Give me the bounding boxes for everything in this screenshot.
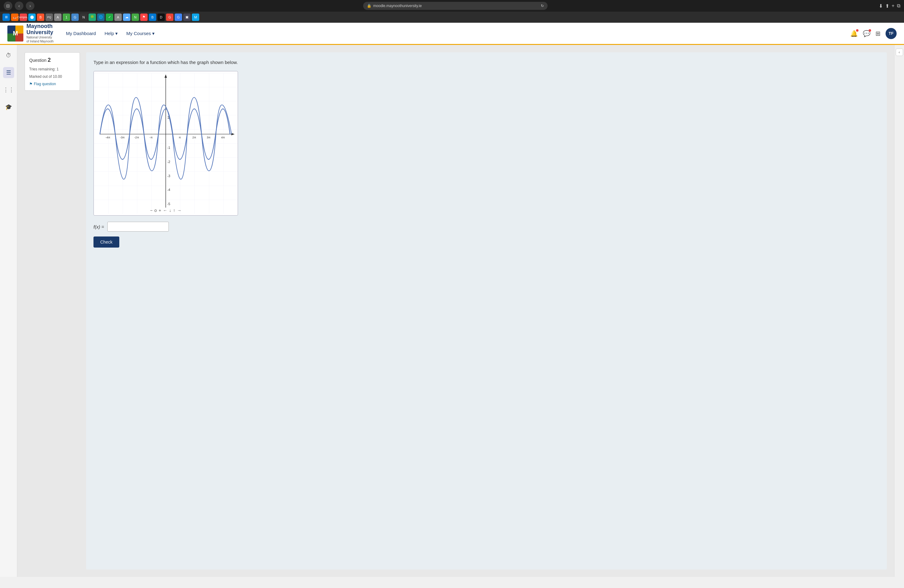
svg-text:4π: 4π (221, 136, 225, 139)
message-dot (869, 29, 871, 32)
notification-dot (856, 29, 858, 32)
ext-1[interactable]: 1 (63, 14, 70, 21)
ext-cloud[interactable]: ☁ (123, 14, 130, 21)
ext-compress[interactable]: Compre... (20, 14, 27, 21)
share-icon[interactable]: ⬆ (885, 3, 889, 9)
svg-text:-2: -2 (167, 160, 170, 164)
ext-leaf[interactable]: 🍀 (89, 14, 96, 21)
avatar[interactable]: TF (885, 28, 897, 39)
svg-text:-1: -1 (167, 146, 170, 149)
svg-text:π: π (179, 136, 181, 139)
university-subtitle: National Universityof Ireland Maynooth (27, 35, 54, 43)
graph-controls[interactable]: − o + ← ↓ ↑ → (150, 208, 182, 213)
svg-text:-π: -π (149, 136, 153, 139)
nav-dashboard[interactable]: My Dashboard (66, 31, 96, 36)
function-label: f(x) = (93, 224, 104, 229)
svg-text:2π: 2π (192, 136, 196, 139)
moodle-header: M MaynoothUniversity National University… (0, 23, 904, 45)
content-panel: Type in an expression for a function whi… (86, 52, 887, 569)
ext-windows[interactable]: ⊞ (2, 14, 10, 21)
svg-text:-4π: -4π (106, 136, 111, 139)
apps-btn[interactable]: ⊞ (876, 30, 880, 37)
ext-g2[interactable]: G (175, 14, 182, 21)
svg-text:-5: -5 (167, 202, 170, 206)
pan-right-btn[interactable]: → (177, 208, 182, 213)
graph-container[interactable]: 1 -1 -2 -3 -4 -5 -4π -3π -2π -π π 2π 3π … (93, 71, 238, 216)
main-area: Question 2 Tries remaining: 1 Marked out… (17, 45, 894, 577)
browser-titlebar: ⊟ ‹ › 🔒 moodle.maynoothuniversity.ie ↻ ⬇… (0, 0, 904, 12)
url-text: moodle.maynoothuniversity.ie (373, 4, 422, 8)
reset-btn[interactable]: o (154, 208, 157, 213)
page-layout: ⏱ ☰ ⋮⋮ 🎓 Question 2 Tries remaining: 1 M… (0, 45, 904, 577)
messages-btn[interactable]: 💬 (863, 30, 871, 37)
nav-help[interactable]: Help ▾ (104, 31, 118, 36)
sidebar-item-courses[interactable]: 🎓 (3, 101, 14, 112)
svg-text:1: 1 (167, 115, 169, 119)
ext-flag[interactable]: ⚑ (140, 14, 148, 21)
download-icon[interactable]: ⬇ (879, 3, 883, 9)
svg-text:3π: 3π (207, 136, 211, 139)
nav-my-courses[interactable]: My Courses ▾ (126, 31, 155, 36)
pan-left-btn[interactable]: ← (163, 208, 167, 213)
sidebar-item-calendar[interactable]: ⋮⋮ (3, 84, 14, 95)
notifications-btn[interactable]: 🔔 (850, 30, 858, 37)
function-graph: 1 -1 -2 -3 -4 -5 -4π -3π -2π -π π 2π 3π … (94, 71, 238, 215)
question-text: Type in an expression for a function whi… (93, 60, 879, 65)
question-info-box: Question 2 Tries remaining: 1 Marked out… (25, 52, 80, 91)
ext-g[interactable]: G (71, 14, 79, 21)
question-number: Question 2 (29, 57, 75, 63)
address-bar[interactable]: 🔒 moodle.maynoothuniversity.ie ↻ (363, 2, 548, 10)
reload-icon[interactable]: ↻ (541, 4, 544, 8)
question-number-value: 2 (47, 57, 51, 63)
svg-text:M: M (13, 30, 18, 36)
pan-up-btn[interactable]: ↑ (173, 208, 175, 213)
svg-text:-4: -4 (167, 188, 170, 191)
zoom-out-btn[interactable]: − (150, 208, 153, 213)
back-btn[interactable]: ‹ (15, 2, 24, 10)
left-sidebar: ⏱ ☰ ⋮⋮ 🎓 (0, 45, 17, 577)
ext-bing[interactable]: B (149, 14, 156, 21)
ext-google[interactable]: G (166, 14, 174, 21)
right-sidebar: ‹ (894, 45, 904, 577)
ext-n[interactable]: N (80, 14, 87, 21)
extension-bar: ⊞ 🦊 Compre... ⬤ B PQ A 1 G N 🍀 🌐 ✓ A ☁ N… (0, 12, 904, 23)
collapse-sidebar-btn[interactable]: ‹ (896, 49, 903, 56)
answer-row: f(x) = (93, 222, 879, 232)
lock-icon: 🔒 (367, 4, 371, 8)
pan-down-btn[interactable]: ↓ (169, 208, 171, 213)
sidebar-toggle-btn[interactable]: ⊟ (4, 2, 12, 10)
ext-pq[interactable]: PQ (46, 14, 53, 21)
ext-edge[interactable]: ⬤ (28, 14, 36, 21)
ext-nr[interactable]: N (131, 14, 139, 21)
check-button[interactable]: Check (93, 237, 119, 248)
svg-text:-2π: -2π (134, 136, 139, 139)
tabs-overview-icon[interactable]: ⧉ (897, 3, 900, 9)
svg-text:-3π: -3π (120, 136, 125, 139)
flag-question-btn[interactable]: ⚑ Flag question (29, 82, 75, 86)
question-panel: Question 2 Tries remaining: 1 Marked out… (25, 52, 80, 569)
ext-edge2[interactable]: M (192, 14, 199, 21)
flag-icon: ⚑ (29, 82, 33, 86)
ext-a2[interactable]: A (114, 14, 122, 21)
new-tab-icon[interactable]: + (892, 3, 895, 9)
ext-check[interactable]: ✓ (106, 14, 113, 21)
tries-remaining: Tries remaining: 1 (29, 66, 75, 72)
header-actions: 🔔 💬 ⊞ TF (850, 28, 897, 39)
university-logo[interactable]: M MaynoothUniversity National University… (7, 24, 54, 44)
university-name: MaynoothUniversity (27, 24, 54, 36)
ext-brave[interactable]: B (37, 14, 44, 21)
help-chevron-icon: ▾ (115, 31, 118, 36)
ext-a[interactable]: A (54, 14, 62, 21)
sidebar-item-timer[interactable]: ⏱ (3, 50, 14, 61)
ext-globe[interactable]: 🌐 (97, 14, 104, 21)
zoom-in-btn[interactable]: + (159, 208, 161, 213)
ext-dark[interactable]: D (157, 14, 165, 21)
main-nav: My Dashboard Help ▾ My Courses ▾ (66, 31, 850, 36)
answer-input[interactable] (107, 222, 169, 232)
forward-btn[interactable]: › (26, 2, 35, 10)
sidebar-item-list[interactable]: ☰ (3, 67, 14, 78)
marked-out-of: Marked out of 10.00 (29, 74, 75, 79)
logo-shield: M (7, 25, 24, 41)
my-courses-chevron-icon: ▾ (152, 31, 155, 36)
ext-square[interactable]: ▣ (183, 14, 191, 21)
